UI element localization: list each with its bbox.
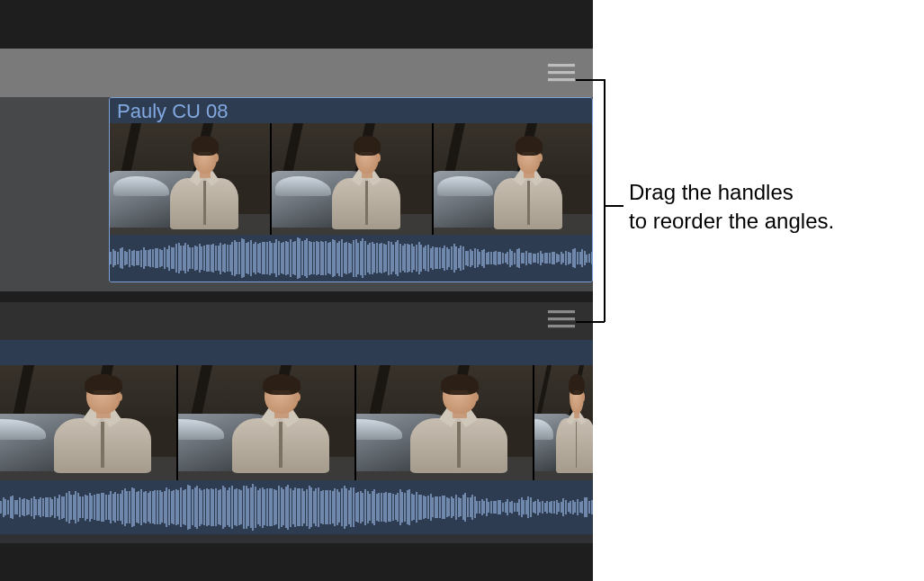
angle-row: Pauly CU 08 [0,97,593,291]
svg-rect-1 [548,71,575,74]
callout-line: Drag the handles [629,180,794,204]
callout-line: to reorder the angles. [629,209,834,233]
row-gap [0,291,593,302]
thumbnail [272,123,432,237]
thumbnail [434,123,593,237]
thumbnail [110,123,270,237]
svg-rect-4 [548,317,575,320]
thumbnail [356,365,533,480]
reorder-handle[interactable] [548,62,575,84]
callout-leader [604,205,623,207]
svg-rect-5 [548,325,575,327]
row-gap [0,543,593,581]
reorder-handle[interactable] [548,308,575,334]
angle-editor-pane: Pauly CU 08 [0,0,593,581]
audio-waveform [110,235,592,282]
callout-leader [576,79,605,81]
thumbnail [0,365,176,480]
svg-rect-3 [548,310,575,313]
filmstrip [0,365,593,480]
callout-label: Drag the handles to reorder the angles. [629,178,908,236]
clip[interactable] [0,340,593,534]
reorder-icon [548,62,575,84]
filmstrip [110,123,592,237]
thumbnail [534,365,593,480]
angle-header [0,302,593,340]
callout-leader [604,79,606,322]
angle-row [0,340,593,543]
svg-rect-2 [548,78,575,81]
clip-title [0,340,593,365]
angle-header [0,49,593,97]
reorder-icon [548,308,575,330]
thumbnail [178,365,354,480]
clip[interactable]: Pauly CU 08 [109,97,593,282]
audio-waveform [0,480,593,534]
clip-title: Pauly CU 08 [110,98,592,123]
svg-rect-0 [548,64,575,67]
callout-leader [576,321,605,323]
